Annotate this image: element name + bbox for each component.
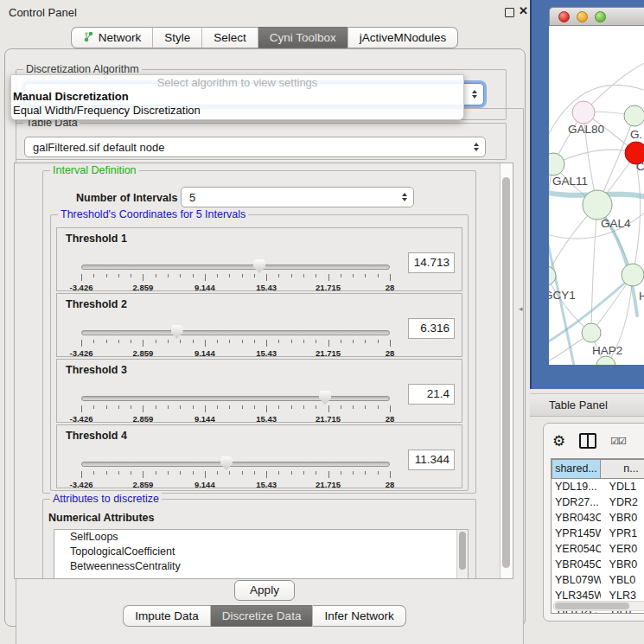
attribute-item-betweennesscentrality[interactable]: BetweennessCentrality <box>54 559 468 574</box>
checkboxes-icon[interactable]: ☑☑ <box>610 436 626 447</box>
tick-label: 2.859 <box>133 283 154 292</box>
node-hap2[interactable] <box>582 323 601 342</box>
network-view-window: GAL80G.CGAL11GAL4GCY1HHAP2 <box>549 7 644 365</box>
tab-discretize-data[interactable]: Discretize Data <box>210 605 313 627</box>
node-label-gal80: GAL80 <box>568 123 604 136</box>
node-gal4[interactable] <box>583 190 612 220</box>
green-traffic-light-button[interactable] <box>595 11 606 22</box>
close-icon[interactable]: ✕ <box>519 4 528 17</box>
split-columns-icon[interactable] <box>579 433 596 449</box>
tick-label: 2.859 <box>133 480 154 489</box>
network-icon <box>83 31 94 45</box>
node-node-h[interactable] <box>622 264 644 286</box>
table-row[interactable]: YBR043CYBR0 <box>552 510 644 526</box>
threshold-3-value[interactable]: 21.4 <box>408 384 455 405</box>
attributes-scrollbar[interactable] <box>456 530 468 579</box>
slider-ticks <box>81 405 390 413</box>
node-gal11[interactable] <box>549 153 564 175</box>
table-cell: YDR27... <box>552 494 601 510</box>
tab-label: Select <box>214 31 246 44</box>
algorithm-option-equal-width-frequency-discretization[interactable]: Equal Width/Frequency Discretization <box>11 104 463 118</box>
red-traffic-light-button[interactable] <box>558 11 570 22</box>
node-node-bottom[interactable] <box>596 356 615 365</box>
control-panel-title: Control Panel <box>9 6 77 19</box>
tick-label: 15.43 <box>256 283 277 292</box>
threshold-4-label: Threshold 4 <box>66 430 127 442</box>
table-cell: YBL079W <box>552 572 601 588</box>
node-attribute-table[interactable]: shared...n... YDL19...YDL1YDR27...YDR2YB… <box>551 458 644 614</box>
table-cell: YBL0 <box>601 572 644 588</box>
node-label-gal4: GAL4 <box>601 217 631 230</box>
table-data-select[interactable]: galFiltered.sif default node <box>24 137 486 157</box>
combo-arrows-icon <box>402 193 407 201</box>
threshold-2-card: Threshold 2-3.4262.8599.14415.4321.71528… <box>56 293 462 357</box>
threshold-4-value[interactable]: 11.344 <box>408 450 455 470</box>
threshold-3-card: Threshold 3-3.4262.8599.14415.4321.71528… <box>56 359 462 423</box>
tick-label: 15.43 <box>256 348 277 358</box>
tab-label: Impute Data <box>135 609 199 622</box>
interval-definition-title: Interval Definition <box>50 164 139 176</box>
attribute-item-selfloops[interactable]: SelfLoops <box>54 530 468 545</box>
table-row[interactable]: YDL19...YDL1 <box>552 479 644 494</box>
threshold-4-thumb[interactable] <box>220 456 233 470</box>
float-window-icon[interactable] <box>505 8 514 17</box>
network-canvas[interactable]: GAL80G.CGAL11GAL4GCY1HHAP2 <box>549 26 644 365</box>
table-row[interactable]: YPR145WYPR1 <box>552 526 644 541</box>
tab-infer-network[interactable]: Infer Network <box>312 605 405 627</box>
table-row[interactable]: YBL079WYBL0 <box>552 572 644 588</box>
threshold-2-thumb[interactable] <box>171 325 183 339</box>
slider-track[interactable] <box>81 462 390 467</box>
threshold-3-thumb[interactable] <box>319 391 331 405</box>
settings-vertical-scrollbar[interactable] <box>500 163 513 578</box>
tick-label: -3.426 <box>70 480 93 489</box>
slider-tick-labels: -3.4262.8599.14415.4321.71528 <box>81 348 390 359</box>
network-edge <box>549 276 591 333</box>
tab-impute-data[interactable]: Impute Data <box>123 605 210 627</box>
table-row[interactable]: YDR27...YDR2 <box>552 494 644 510</box>
threshold-1-value[interactable]: 14.713 <box>408 252 455 273</box>
threshold-2-slider[interactable]: -3.4262.8599.14415.4321.71528 <box>81 325 390 354</box>
attributes-group-title: Attributes to discretize <box>50 493 162 505</box>
slider-track[interactable] <box>81 265 390 270</box>
column-header-2[interactable]: n... <box>601 459 644 479</box>
tick-label: 28 <box>386 283 395 292</box>
threshold-4-slider[interactable]: -3.4262.8599.14415.4321.71528 <box>81 456 390 486</box>
tab-cyni-toolbox[interactable]: Cyni Toolbox <box>258 27 348 48</box>
network-window-titlebar[interactable] <box>549 7 644 26</box>
table-row[interactable]: YER054CYER0 <box>552 541 644 557</box>
interval-definition-group: Interval Definition Number of Intervals … <box>42 170 476 494</box>
gear-icon[interactable]: ⚙ <box>552 434 565 449</box>
slider-tick-labels: -3.4262.8599.14415.4321.71528 <box>81 283 390 293</box>
tick-label: 9.144 <box>194 283 215 292</box>
split-pane-collapse-icon[interactable]: ◂ <box>519 304 523 313</box>
network-edge <box>553 150 636 164</box>
numerical-attributes-list[interactable]: SelfLoopsTopologicalCoefficientBetweenne… <box>54 529 469 579</box>
table-cell: YDL1 <box>601 479 644 494</box>
tab-label: Style <box>164 31 190 44</box>
tab-select[interactable]: Select <box>201 27 258 48</box>
tick-label: 21.715 <box>316 414 341 424</box>
tick-label: -3.426 <box>70 283 93 292</box>
node-gal80[interactable] <box>572 101 595 124</box>
yellow-traffic-light-button[interactable] <box>577 11 588 22</box>
threshold-1-slider[interactable]: -3.4262.8599.14415.4321.71528 <box>81 259 390 289</box>
slider-track[interactable] <box>81 330 390 335</box>
attribute-item-topologicalcoefficient[interactable]: TopologicalCoefficient <box>54 545 468 559</box>
node-ga-right[interactable] <box>624 105 644 126</box>
slider-track[interactable] <box>81 396 390 401</box>
apply-button[interactable]: Apply <box>234 580 295 601</box>
algorithm-option-manual-discretization[interactable]: Manual Discretization <box>11 90 463 104</box>
threshold-2-value[interactable]: 6.316 <box>408 318 455 339</box>
number-of-intervals-value: 5 <box>189 191 195 204</box>
tab-style[interactable]: Style <box>152 27 201 48</box>
thresholds-group: Threshold's Coordinates for 5 Intervals … <box>50 214 469 491</box>
number-of-intervals-select[interactable]: 5 <box>181 187 414 207</box>
table-cell: YBR0 <box>601 510 644 526</box>
threshold-1-thumb[interactable] <box>253 259 265 273</box>
column-header-1[interactable]: shared... <box>552 459 601 479</box>
tab-network[interactable]: Network <box>71 27 153 48</box>
table-horizontal-scrollbar[interactable] <box>553 601 644 611</box>
threshold-3-slider[interactable]: -3.4262.8599.14415.4321.71528 <box>81 391 390 420</box>
table-row[interactable]: YBR045CYBR0 <box>552 557 644 572</box>
tab-jactivemnodules[interactable]: jActiveMNodules <box>348 27 459 48</box>
